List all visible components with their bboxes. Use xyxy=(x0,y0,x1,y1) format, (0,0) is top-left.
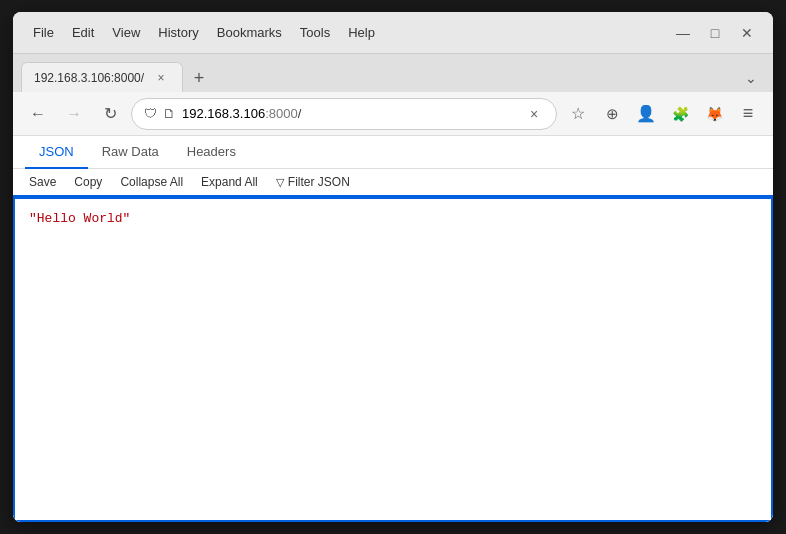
menu-edit[interactable]: Edit xyxy=(64,23,102,42)
menu-view[interactable]: View xyxy=(104,23,148,42)
reload-button[interactable]: ↻ xyxy=(95,99,125,129)
bookmark-star-button[interactable]: ☆ xyxy=(563,99,593,129)
active-tab[interactable]: 192.168.3.106:8000/ × xyxy=(21,62,183,92)
window-controls: — □ ✕ xyxy=(669,22,761,44)
firefox-menu-button[interactable]: 🦊 xyxy=(699,99,729,129)
address-path: / xyxy=(298,106,302,121)
json-toolbar: Save Copy Collapse All Expand All ▽ Filt… xyxy=(13,169,773,197)
menu-file[interactable]: File xyxy=(25,23,62,42)
address-text: 192.168.3.106:8000/ xyxy=(182,106,518,121)
close-button[interactable]: ✕ xyxy=(733,22,761,44)
tab-url: 192.168.3.106:8000/ xyxy=(34,71,144,85)
address-clear-button[interactable]: × xyxy=(524,104,544,124)
tab-headers[interactable]: Headers xyxy=(173,136,250,169)
tab-close-button[interactable]: × xyxy=(152,69,170,87)
title-bar: File Edit View History Bookmarks Tools H… xyxy=(13,12,773,54)
hamburger-menu-button[interactable]: ≡ xyxy=(733,99,763,129)
pocket-button[interactable]: ⊕ xyxy=(597,99,627,129)
back-button[interactable]: ← xyxy=(23,99,53,129)
new-tab-button[interactable]: + xyxy=(185,64,213,92)
star-icon: ☆ xyxy=(571,104,585,123)
browser-window: File Edit View History Bookmarks Tools H… xyxy=(13,12,773,522)
extension-button[interactable]: 🧩 xyxy=(665,99,695,129)
tab-dropdown-button[interactable]: ⌄ xyxy=(737,64,765,92)
tab-json[interactable]: JSON xyxy=(25,136,88,169)
firefox-icon: 🦊 xyxy=(706,106,723,122)
tab-raw-data[interactable]: Raw Data xyxy=(88,136,173,169)
address-port: :8000 xyxy=(265,106,298,121)
filter-label: Filter JSON xyxy=(288,175,350,189)
extension-icon: 🧩 xyxy=(672,106,689,122)
menu-bar: File Edit View History Bookmarks Tools H… xyxy=(25,23,661,42)
pocket-icon: ⊕ xyxy=(606,105,619,123)
address-host: 192.168.3.106 xyxy=(182,106,265,121)
tab-bar: 192.168.3.106:8000/ × + ⌄ xyxy=(13,54,773,92)
copy-button[interactable]: Copy xyxy=(68,173,108,191)
menu-bookmarks[interactable]: Bookmarks xyxy=(209,23,290,42)
hamburger-icon: ≡ xyxy=(743,103,754,124)
shield-icon: 🛡 xyxy=(144,106,157,121)
json-string-value: "Hello World" xyxy=(29,211,130,226)
content-area: JSON Raw Data Headers Save Copy Collapse… xyxy=(13,136,773,522)
menu-history[interactable]: History xyxy=(150,23,206,42)
save-button[interactable]: Save xyxy=(23,173,62,191)
back-icon: ← xyxy=(30,105,46,123)
expand-all-button[interactable]: Expand All xyxy=(195,173,264,191)
menu-tools[interactable]: Tools xyxy=(292,23,338,42)
profile-icon: 👤 xyxy=(636,104,656,123)
page-icon: 🗋 xyxy=(163,106,176,121)
json-content: "Hello World" xyxy=(13,197,773,522)
forward-button[interactable]: → xyxy=(59,99,89,129)
nav-icons: ☆ ⊕ 👤 🧩 🦊 ≡ xyxy=(563,99,763,129)
reload-icon: ↻ xyxy=(104,104,117,123)
json-tabs: JSON Raw Data Headers xyxy=(13,136,773,169)
collapse-all-button[interactable]: Collapse All xyxy=(114,173,189,191)
forward-icon: → xyxy=(66,105,82,123)
filter-json-button[interactable]: ▽ Filter JSON xyxy=(270,173,356,191)
minimize-button[interactable]: — xyxy=(669,22,697,44)
profile-button[interactable]: 👤 xyxy=(631,99,661,129)
filter-icon: ▽ xyxy=(276,176,284,189)
address-bar[interactable]: 🛡 🗋 192.168.3.106:8000/ × xyxy=(131,98,557,130)
nav-bar: ← → ↻ 🛡 🗋 192.168.3.106:8000/ × ☆ ⊕ 👤 xyxy=(13,92,773,136)
menu-help[interactable]: Help xyxy=(340,23,383,42)
maximize-button[interactable]: □ xyxy=(701,22,729,44)
